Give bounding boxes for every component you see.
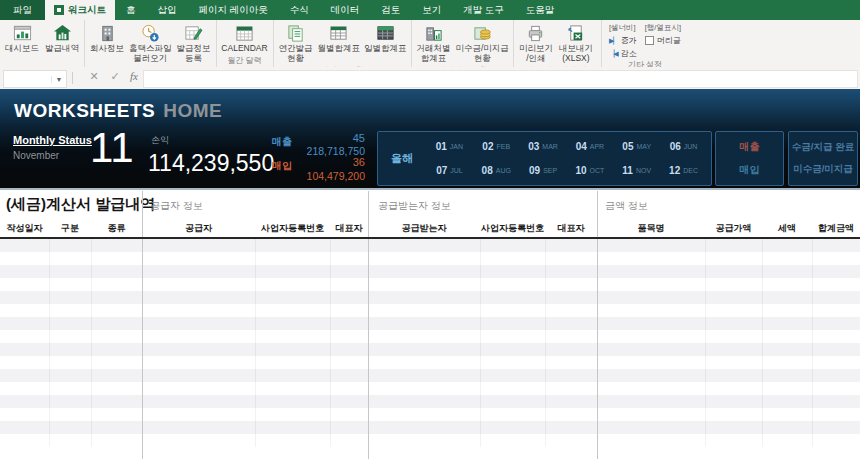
tab-view[interactable]: 보기 <box>411 0 452 20</box>
company-info-button[interactable]: 회사정보 <box>87 22 127 55</box>
tab-developer[interactable]: 개발 도구 <box>452 0 515 20</box>
tab-file[interactable]: 파일 <box>0 0 45 20</box>
ribbon-group-main: 대시보드 발급내역 <box>0 20 85 67</box>
table-row[interactable] <box>0 421 860 434</box>
col-header-date: 작성일자 <box>0 222 49 235</box>
table-row[interactable] <box>0 265 860 278</box>
table-row[interactable] <box>0 304 860 317</box>
group-divider <box>368 191 369 459</box>
table-row[interactable] <box>0 408 860 421</box>
table-row[interactable] <box>0 382 860 395</box>
table-row[interactable] <box>0 369 860 382</box>
table-row[interactable] <box>0 291 860 304</box>
tab-help[interactable]: 도움말 <box>515 0 566 20</box>
filter-purchase-button[interactable]: 매입 <box>740 163 760 177</box>
month-navigator: 올해 01JAN 02FEB 03MAR 04APR 05MAY 06JUN 0… <box>377 131 712 186</box>
ribbon-group-client: 거래처별 합계표 미수금/미지급 현황 거래처별 현황 <box>412 20 514 67</box>
increase-width-button[interactable]: ▶▏ 증가 <box>609 35 637 46</box>
table-row[interactable] <box>0 252 860 265</box>
filter-unpaid-button[interactable]: 미수금/미지급 <box>793 163 853 176</box>
tab-worksheet[interactable]: 워크시트 <box>45 0 115 20</box>
month-cell-dec[interactable]: 12DEC <box>660 159 707 184</box>
dashboard-icon <box>11 23 33 43</box>
month-num: 01 <box>436 141 447 152</box>
month-cell-mar[interactable]: 03MAR <box>520 134 567 159</box>
name-box[interactable]: ▼ <box>3 70 67 88</box>
register-issuance-button[interactable]: 발급정보 등록 <box>174 22 214 65</box>
excel-export-icon <box>565 23 587 43</box>
month-num: 11 <box>622 165 633 176</box>
calendar-button[interactable]: CALENDAR <box>219 22 271 55</box>
client-summary-button[interactable]: 거래처별 합계표 <box>414 22 454 65</box>
month-cell-may[interactable]: 05MAY <box>613 134 660 159</box>
annual-issuance-label-2: 현황 <box>287 54 304 64</box>
month-cell-aug[interactable]: 08AUG <box>473 159 520 184</box>
daily-summary-button[interactable]: 일별합계표 <box>362 22 409 55</box>
group-divider <box>597 191 598 459</box>
month-abbr: JAN <box>450 143 463 150</box>
hometax-import-label-2: 불러오기 <box>133 54 167 64</box>
row-col-heading: [행/열표시] <box>645 23 681 33</box>
table-row[interactable] <box>0 434 860 447</box>
table-row[interactable] <box>0 317 860 330</box>
annual-issuance-button[interactable]: 연간발급 현황 <box>276 22 316 65</box>
month-cell-oct[interactable]: 10OCT <box>566 159 613 184</box>
cancel-icon[interactable]: ✕ <box>86 70 102 83</box>
dashboard-button[interactable]: 대시보드 <box>2 22 42 55</box>
decrease-width-button[interactable]: ▕◀ 감소 <box>609 48 637 59</box>
month-cell-jul[interactable]: 07JUL <box>426 159 473 184</box>
monthly-summary-button[interactable]: 월별합계표 <box>316 22 363 55</box>
column-separator <box>330 239 331 447</box>
tab-page-layout[interactable]: 페이지 레이아웃 <box>188 0 279 20</box>
cell-width-heading: [셀너비] <box>609 23 637 33</box>
tab-data[interactable]: 데이터 <box>320 0 371 20</box>
col-header-supplier-regno: 사업자등록번호 <box>255 222 330 235</box>
table-grid-dark-icon <box>374 23 396 43</box>
tab-home[interactable]: 홈 <box>115 0 147 20</box>
formula-input[interactable] <box>143 70 858 88</box>
table-row[interactable] <box>0 239 860 252</box>
month-cell-jan[interactable]: 01JAN <box>426 134 473 159</box>
receivables-button[interactable]: 미수금/미지급 현황 <box>454 22 511 65</box>
filter-paid-button[interactable]: 수금/지급 완료 <box>792 141 854 154</box>
column-separator <box>705 239 706 447</box>
table-row[interactable] <box>0 330 860 343</box>
issuance-list-button[interactable]: 발급내역 <box>42 22 82 55</box>
section-supplier-info: 공급자 정보 <box>150 199 203 213</box>
col-header-supplier-rep: 대표자 <box>330 222 368 235</box>
export-xlsx-label-2: (XLSX) <box>562 54 589 64</box>
sales-count: 45 <box>290 132 365 144</box>
month-num: 09 <box>529 165 540 176</box>
month-cell-jun[interactable]: 06JUN <box>660 134 707 159</box>
hometax-import-button[interactable]: 홈택스파일 불러오기 <box>127 22 174 65</box>
ribbon-group-settings: [셀너비] ▶▏ 증가 ▕◀ 감소 [행/열표시] 머리글 <box>602 20 688 67</box>
page-title-sub: HOME <box>163 100 222 121</box>
print-preview-button[interactable]: 미리보기 /인쇄 <box>516 22 556 65</box>
tab-formulas[interactable]: 수식 <box>279 0 320 20</box>
col-header-tax: 세액 <box>762 222 812 235</box>
month-abbr: NOV <box>636 167 651 174</box>
table-row[interactable] <box>0 278 860 291</box>
ribbon-tab-bar: 파일 워크시트 홈 삽입 페이지 레이아웃 수식 데이터 검토 보기 개발 도구… <box>0 0 860 20</box>
register-issuance-label-2: 등록 <box>185 54 202 64</box>
month-cell-sep[interactable]: 09SEP <box>520 159 567 184</box>
month-cell-nov[interactable]: 11NOV <box>613 159 660 184</box>
tab-review[interactable]: 검토 <box>370 0 411 20</box>
table-row[interactable] <box>0 356 860 369</box>
name-box-dropdown-icon[interactable]: ▼ <box>51 76 66 83</box>
tab-insert[interactable]: 삽입 <box>147 0 188 20</box>
table-row[interactable] <box>0 395 860 408</box>
header-toggle[interactable]: 머리글 <box>645 35 681 46</box>
filter-sales-button[interactable]: 매출 <box>740 140 760 154</box>
year-label[interactable]: 올해 <box>391 132 413 185</box>
tab-worksheet-label: 워크시트 <box>68 4 106 17</box>
clock-download-icon <box>139 23 161 43</box>
month-cell-apr[interactable]: 04APR <box>566 134 613 159</box>
month-cell-feb[interactable]: 02FEB <box>473 134 520 159</box>
export-xlsx-button[interactable]: 내보내기 (XLSX) <box>556 22 596 65</box>
fx-icon[interactable]: fx <box>126 70 142 82</box>
column-separator <box>91 239 92 447</box>
column-separator <box>762 239 763 447</box>
enter-icon[interactable]: ✓ <box>107 70 123 83</box>
table-row[interactable] <box>0 343 860 356</box>
